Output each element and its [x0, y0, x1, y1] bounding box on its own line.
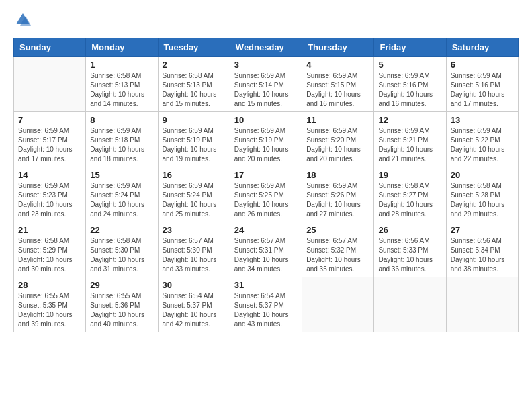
- calendar-week-row: 7Sunrise: 6:59 AM Sunset: 5:17 PM Daylig…: [14, 112, 519, 167]
- day-number: 3: [234, 60, 298, 70]
- calendar-week-row: 28Sunrise: 6:55 AM Sunset: 5:35 PM Dayli…: [14, 277, 519, 332]
- day-info: Sunrise: 6:58 AM Sunset: 5:13 PM Dayligh…: [90, 71, 153, 109]
- day-number: 18: [306, 170, 369, 180]
- calendar-cell: 1Sunrise: 6:58 AM Sunset: 5:13 PM Daylig…: [86, 57, 158, 112]
- calendar-cell: 31Sunrise: 6:54 AM Sunset: 5:37 PM Dayli…: [230, 277, 302, 332]
- day-info: Sunrise: 6:59 AM Sunset: 5:24 PM Dayligh…: [90, 181, 153, 219]
- calendar-cell: 13Sunrise: 6:59 AM Sunset: 5:22 PM Dayli…: [446, 112, 518, 167]
- calendar-day-header: Sunday: [14, 38, 86, 57]
- calendar-cell: 18Sunrise: 6:59 AM Sunset: 5:26 PM Dayli…: [302, 167, 374, 222]
- day-info: Sunrise: 6:57 AM Sunset: 5:30 PM Dayligh…: [163, 236, 226, 274]
- day-number: 2: [163, 60, 226, 70]
- calendar-cell: [446, 277, 518, 332]
- day-number: 30: [163, 280, 226, 290]
- day-number: 8: [90, 115, 153, 125]
- day-number: 10: [234, 115, 298, 125]
- calendar-cell: 30Sunrise: 6:54 AM Sunset: 5:37 PM Dayli…: [158, 277, 230, 332]
- day-info: Sunrise: 6:57 AM Sunset: 5:32 PM Dayligh…: [306, 236, 369, 274]
- day-info: Sunrise: 6:55 AM Sunset: 5:36 PM Dayligh…: [90, 291, 153, 329]
- calendar-cell: 5Sunrise: 6:59 AM Sunset: 5:16 PM Daylig…: [374, 57, 446, 112]
- day-number: 12: [378, 115, 441, 125]
- calendar-cell: 28Sunrise: 6:55 AM Sunset: 5:35 PM Dayli…: [14, 277, 86, 332]
- calendar-cell: 4Sunrise: 6:59 AM Sunset: 5:15 PM Daylig…: [302, 57, 374, 112]
- logo: [13, 11, 34, 30]
- calendar-week-row: 21Sunrise: 6:58 AM Sunset: 5:29 PM Dayli…: [14, 222, 519, 277]
- calendar-cell: 11Sunrise: 6:59 AM Sunset: 5:20 PM Dayli…: [302, 112, 374, 167]
- day-info: Sunrise: 6:59 AM Sunset: 5:21 PM Dayligh…: [378, 126, 441, 164]
- calendar-cell: 22Sunrise: 6:58 AM Sunset: 5:30 PM Dayli…: [86, 222, 158, 277]
- calendar-day-header: Friday: [374, 38, 446, 57]
- day-info: Sunrise: 6:59 AM Sunset: 5:16 PM Dayligh…: [378, 71, 441, 109]
- day-info: Sunrise: 6:59 AM Sunset: 5:14 PM Dayligh…: [234, 71, 298, 109]
- calendar-cell: 2Sunrise: 6:58 AM Sunset: 5:13 PM Daylig…: [158, 57, 230, 112]
- day-info: Sunrise: 6:56 AM Sunset: 5:33 PM Dayligh…: [378, 236, 441, 274]
- day-info: Sunrise: 6:58 AM Sunset: 5:29 PM Dayligh…: [18, 236, 81, 274]
- day-number: 7: [18, 115, 81, 125]
- calendar-week-row: 1Sunrise: 6:58 AM Sunset: 5:13 PM Daylig…: [14, 57, 519, 112]
- day-info: Sunrise: 6:58 AM Sunset: 5:28 PM Dayligh…: [451, 181, 514, 219]
- calendar-cell: 10Sunrise: 6:59 AM Sunset: 5:19 PM Dayli…: [230, 112, 302, 167]
- day-number: 28: [18, 280, 81, 290]
- calendar-day-header: Monday: [86, 38, 158, 57]
- calendar-cell: 8Sunrise: 6:59 AM Sunset: 5:18 PM Daylig…: [86, 112, 158, 167]
- day-number: 6: [451, 60, 514, 70]
- day-info: Sunrise: 6:59 AM Sunset: 5:25 PM Dayligh…: [234, 181, 298, 219]
- calendar-cell: 9Sunrise: 6:59 AM Sunset: 5:19 PM Daylig…: [158, 112, 230, 167]
- calendar-day-header: Thursday: [302, 38, 374, 57]
- day-info: Sunrise: 6:59 AM Sunset: 5:22 PM Dayligh…: [451, 126, 514, 164]
- calendar-cell: 23Sunrise: 6:57 AM Sunset: 5:30 PM Dayli…: [158, 222, 230, 277]
- calendar-cell: 15Sunrise: 6:59 AM Sunset: 5:24 PM Dayli…: [86, 167, 158, 222]
- calendar-cell: [302, 277, 374, 332]
- page-header: [13, 11, 519, 30]
- day-number: 21: [18, 225, 81, 235]
- calendar-cell: 14Sunrise: 6:59 AM Sunset: 5:23 PM Dayli…: [14, 167, 86, 222]
- calendar-cell: 27Sunrise: 6:56 AM Sunset: 5:34 PM Dayli…: [446, 222, 518, 277]
- calendar-cell: 29Sunrise: 6:55 AM Sunset: 5:36 PM Dayli…: [86, 277, 158, 332]
- day-info: Sunrise: 6:58 AM Sunset: 5:27 PM Dayligh…: [378, 181, 441, 219]
- calendar-cell: 6Sunrise: 6:59 AM Sunset: 5:16 PM Daylig…: [446, 57, 518, 112]
- day-number: 23: [163, 225, 226, 235]
- calendar-cell: 26Sunrise: 6:56 AM Sunset: 5:33 PM Dayli…: [374, 222, 446, 277]
- day-info: Sunrise: 6:54 AM Sunset: 5:37 PM Dayligh…: [163, 291, 226, 329]
- calendar-cell: 21Sunrise: 6:58 AM Sunset: 5:29 PM Dayli…: [14, 222, 86, 277]
- day-info: Sunrise: 6:59 AM Sunset: 5:19 PM Dayligh…: [234, 126, 298, 164]
- day-info: Sunrise: 6:55 AM Sunset: 5:35 PM Dayligh…: [18, 291, 81, 329]
- calendar-day-header: Wednesday: [230, 38, 302, 57]
- day-info: Sunrise: 6:59 AM Sunset: 5:16 PM Dayligh…: [451, 71, 514, 109]
- day-info: Sunrise: 6:59 AM Sunset: 5:20 PM Dayligh…: [306, 126, 369, 164]
- calendar-day-header: Tuesday: [158, 38, 230, 57]
- day-number: 4: [306, 60, 369, 70]
- calendar-cell: 16Sunrise: 6:59 AM Sunset: 5:24 PM Dayli…: [158, 167, 230, 222]
- day-info: Sunrise: 6:59 AM Sunset: 5:18 PM Dayligh…: [90, 126, 153, 164]
- day-number: 17: [234, 170, 298, 180]
- day-info: Sunrise: 6:59 AM Sunset: 5:23 PM Dayligh…: [18, 181, 81, 219]
- day-number: 22: [90, 225, 153, 235]
- calendar-cell: [374, 277, 446, 332]
- day-number: 29: [90, 280, 153, 290]
- calendar-table: SundayMondayTuesdayWednesdayThursdayFrid…: [13, 38, 519, 332]
- day-number: 31: [234, 280, 298, 290]
- calendar-cell: 24Sunrise: 6:57 AM Sunset: 5:31 PM Dayli…: [230, 222, 302, 277]
- day-info: Sunrise: 6:58 AM Sunset: 5:13 PM Dayligh…: [163, 71, 226, 109]
- day-number: 20: [451, 170, 514, 180]
- day-number: 5: [378, 60, 441, 70]
- day-number: 9: [163, 115, 226, 125]
- logo-icon: [13, 11, 32, 30]
- day-info: Sunrise: 6:59 AM Sunset: 5:15 PM Dayligh…: [306, 71, 369, 109]
- day-number: 1: [90, 60, 153, 70]
- day-number: 26: [378, 225, 441, 235]
- day-info: Sunrise: 6:59 AM Sunset: 5:17 PM Dayligh…: [18, 126, 81, 164]
- day-info: Sunrise: 6:59 AM Sunset: 5:24 PM Dayligh…: [163, 181, 226, 219]
- day-info: Sunrise: 6:58 AM Sunset: 5:30 PM Dayligh…: [90, 236, 153, 274]
- day-info: Sunrise: 6:57 AM Sunset: 5:31 PM Dayligh…: [234, 236, 298, 274]
- calendar-cell: 19Sunrise: 6:58 AM Sunset: 5:27 PM Dayli…: [374, 167, 446, 222]
- day-number: 25: [306, 225, 369, 235]
- day-number: 16: [163, 170, 226, 180]
- day-number: 15: [90, 170, 153, 180]
- calendar-cell: 12Sunrise: 6:59 AM Sunset: 5:21 PM Dayli…: [374, 112, 446, 167]
- day-info: Sunrise: 6:59 AM Sunset: 5:19 PM Dayligh…: [163, 126, 226, 164]
- day-number: 24: [234, 225, 298, 235]
- day-info: Sunrise: 6:54 AM Sunset: 5:37 PM Dayligh…: [234, 291, 298, 329]
- calendar-week-row: 14Sunrise: 6:59 AM Sunset: 5:23 PM Dayli…: [14, 167, 519, 222]
- day-number: 14: [18, 170, 81, 180]
